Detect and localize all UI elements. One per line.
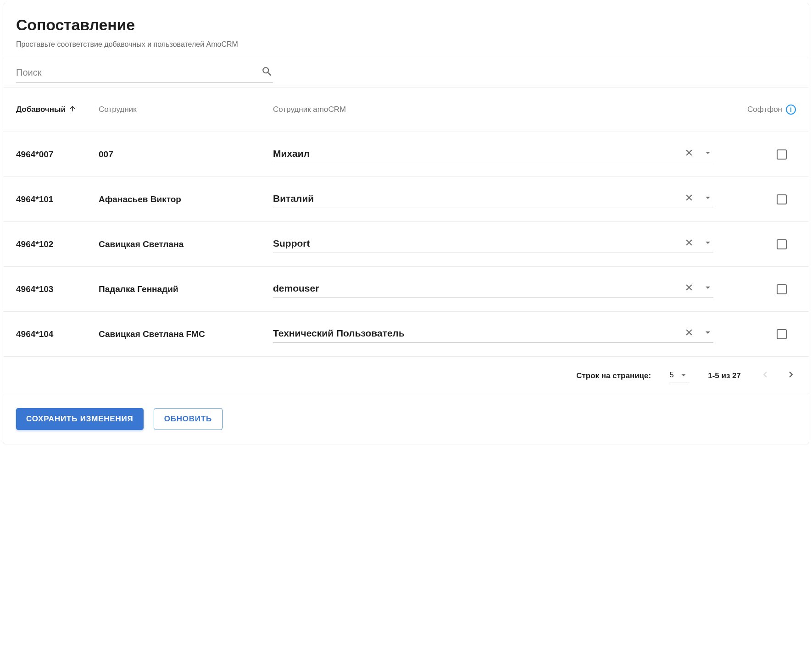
table-row: 4964*102 Савицкая Светлана Support: [3, 221, 809, 266]
close-icon[interactable]: [684, 327, 694, 339]
softphone-cell: [727, 239, 796, 249]
amocrm-select[interactable]: Технический Пользователь: [273, 325, 713, 343]
amocrm-select-value: Support: [273, 238, 684, 249]
search-row: [3, 58, 809, 88]
column-amocrm[interactable]: Сотрудник amoCRM: [273, 105, 727, 114]
softphone-cell: [727, 329, 796, 339]
amocrm-cell: demouser: [273, 280, 727, 298]
table-footer: Строк на странице: 5 1-5 из 27: [3, 356, 809, 395]
search-input[interactable]: [16, 67, 261, 78]
rows-per-page-value: 5: [669, 370, 673, 380]
search-field[interactable]: [16, 63, 273, 83]
chevron-down-icon: [679, 370, 689, 380]
table-row: 4964*101 Афанасьев Виктор Виталий: [3, 177, 809, 221]
amocrm-select-value: Виталий: [273, 193, 684, 204]
amocrm-select[interactable]: demouser: [273, 280, 713, 298]
column-softphone[interactable]: Софтфон i: [727, 105, 796, 115]
page-subtitle: Проставьте соответствие добавочных и пол…: [16, 40, 796, 49]
sort-asc-icon: [68, 105, 77, 115]
amocrm-select-value: Михаил: [273, 148, 684, 159]
extension-cell: 4964*102: [16, 239, 99, 249]
column-employee-label: Сотрудник: [99, 105, 137, 114]
employee-cell: 007: [99, 149, 273, 160]
amocrm-select[interactable]: Виталий: [273, 190, 713, 208]
chevron-down-icon[interactable]: [702, 237, 713, 250]
table-row: 4964*007 007 Михаил: [3, 132, 809, 177]
mapping-card: Сопоставление Проставьте соответствие до…: [3, 3, 809, 444]
employee-cell: Афанасьев Виктор: [99, 194, 273, 204]
amocrm-select-value: Технический Пользователь: [273, 328, 684, 339]
pagination-range: 1-5 из 27: [708, 371, 741, 381]
employee-cell: Савицкая Светлана: [99, 239, 273, 249]
softphone-checkbox[interactable]: [777, 329, 787, 339]
extension-cell: 4964*007: [16, 149, 99, 160]
extension-cell: 4964*103: [16, 284, 99, 294]
extension-cell: 4964*101: [16, 194, 99, 204]
card-header: Сопоставление Проставьте соответствие до…: [3, 3, 809, 58]
chevron-down-icon[interactable]: [702, 147, 713, 160]
save-button[interactable]: СОХРАНИТЬ ИЗМЕНЕНИЯ: [16, 408, 144, 430]
softphone-cell: [727, 194, 796, 204]
amocrm-select-value: demouser: [273, 283, 684, 294]
pagination-nav: [759, 369, 801, 383]
rows-per-page-select[interactable]: 5: [669, 369, 690, 382]
refresh-button[interactable]: ОБНОВИТЬ: [154, 408, 222, 430]
column-softphone-label: Софтфон: [747, 105, 782, 114]
softphone-checkbox[interactable]: [777, 284, 787, 294]
column-extension-label: Добавочный: [16, 105, 66, 114]
table-row: 4964*103 Падалка Геннадий demouser: [3, 266, 809, 311]
next-page-button[interactable]: [785, 369, 797, 383]
employee-cell: Савицкая Светлана FMC: [99, 329, 273, 339]
amocrm-select[interactable]: Михаил: [273, 145, 713, 163]
page-title: Сопоставление: [16, 16, 796, 34]
chevron-right-icon: [785, 369, 797, 381]
chevron-down-icon[interactable]: [702, 282, 713, 295]
amocrm-cell: Support: [273, 235, 727, 253]
amocrm-cell: Технический Пользователь: [273, 325, 727, 343]
chevron-down-icon[interactable]: [702, 192, 713, 205]
softphone-checkbox[interactable]: [777, 239, 787, 249]
actions-row: СОХРАНИТЬ ИЗМЕНЕНИЯ ОБНОВИТЬ: [3, 395, 809, 444]
search-icon: [261, 66, 273, 79]
rows-per-page-label: Строк на странице:: [576, 371, 651, 381]
column-extension[interactable]: Добавочный: [16, 105, 99, 115]
column-employee[interactable]: Сотрудник: [99, 105, 273, 114]
amocrm-cell: Виталий: [273, 190, 727, 208]
table-header: Добавочный Сотрудник Сотрудник amoCRM Со…: [3, 88, 809, 132]
info-icon[interactable]: i: [786, 105, 796, 115]
mapping-table: Добавочный Сотрудник Сотрудник amoCRM Со…: [3, 88, 809, 395]
close-icon[interactable]: [684, 148, 694, 160]
close-icon[interactable]: [684, 237, 694, 249]
employee-cell: Падалка Геннадий: [99, 284, 273, 294]
chevron-left-icon: [759, 369, 771, 381]
extension-cell: 4964*104: [16, 329, 99, 339]
amocrm-cell: Михаил: [273, 145, 727, 163]
amocrm-select[interactable]: Support: [273, 235, 713, 253]
softphone-checkbox[interactable]: [777, 149, 787, 160]
close-icon[interactable]: [684, 193, 694, 204]
prev-page-button[interactable]: [759, 369, 771, 383]
chevron-down-icon[interactable]: [702, 327, 713, 340]
softphone-cell: [727, 149, 796, 160]
table-row: 4964*104 Савицкая Светлана FMC Техническ…: [3, 311, 809, 356]
column-amocrm-label: Сотрудник amoCRM: [273, 105, 346, 114]
softphone-cell: [727, 284, 796, 294]
close-icon[interactable]: [684, 282, 694, 294]
softphone-checkbox[interactable]: [777, 194, 787, 204]
